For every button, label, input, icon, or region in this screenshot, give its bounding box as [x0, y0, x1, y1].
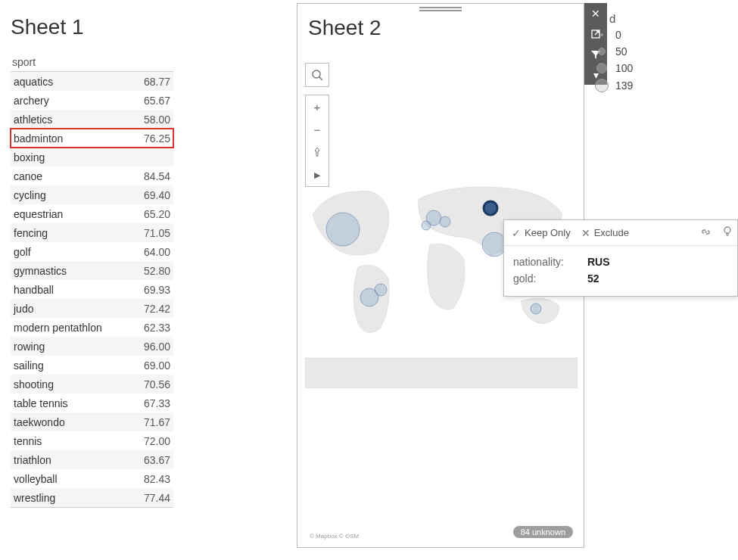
- row-label: tennis: [14, 435, 42, 447]
- row-value: 67.33: [144, 397, 170, 409]
- legend-label: 139: [615, 79, 633, 92]
- drag-handle[interactable]: [418, 5, 463, 13]
- link-icon[interactable]: [700, 226, 712, 240]
- row-value: 65.67: [144, 95, 170, 107]
- tooltip-nationality-label: nationality:: [513, 254, 583, 270]
- close-icon[interactable]: ✕: [584, 3, 607, 23]
- table-row[interactable]: archery65.67: [11, 91, 173, 110]
- row-label: gymnastics: [14, 265, 67, 277]
- row-label: golf: [14, 246, 31, 258]
- row-label: modern pentathlon: [14, 322, 102, 334]
- table-header-sport[interactable]: sport: [11, 53, 173, 72]
- row-value: 65.20: [144, 208, 170, 220]
- row-value: 69.93: [144, 284, 170, 296]
- legend-item: 139: [594, 79, 633, 92]
- table-row[interactable]: gymnastics52.80: [11, 261, 173, 280]
- table-row[interactable]: boxing: [11, 148, 173, 166]
- row-value: 64.00: [144, 246, 170, 258]
- zoom-in-icon[interactable]: +: [306, 95, 329, 118]
- row-label: table tennis: [14, 397, 68, 409]
- legend-circle-icon: [600, 33, 603, 36]
- unknown-badge[interactable]: 84 unknown: [513, 526, 573, 538]
- keep-only-button[interactable]: ✓ Keep Only: [512, 227, 571, 239]
- legend-label: 100: [615, 62, 633, 74]
- row-label: boxing: [14, 151, 45, 163]
- table-row[interactable]: wrestling77.44: [11, 488, 173, 507]
- row-label: sailing: [14, 359, 44, 372]
- tooltip-header: ✓ Keep Only ✕ Exclude: [504, 220, 737, 246]
- table-row[interactable]: shooting70.56: [11, 375, 173, 394]
- table-row[interactable]: rowing96.00: [11, 337, 173, 356]
- table-row[interactable]: tennis72.00: [11, 431, 173, 450]
- table-row[interactable]: canoe84.54: [11, 166, 173, 185]
- tooltip-gold-label: gold:: [513, 270, 583, 287]
- legend-circle-icon: [596, 63, 607, 73]
- search-icon[interactable]: [305, 63, 329, 87]
- row-label: triathlon: [14, 454, 51, 466]
- zoom-out-icon[interactable]: −: [306, 118, 329, 141]
- table-row[interactable]: volleyball82.43: [11, 469, 173, 488]
- row-value: 68.77: [144, 76, 170, 88]
- table-row[interactable]: aquatics68.77: [11, 72, 173, 91]
- row-label: archery: [14, 95, 49, 107]
- row-value: 82.43: [144, 473, 170, 485]
- row-value: 62.33: [144, 322, 170, 334]
- table-row[interactable]: judo72.42: [11, 299, 173, 318]
- legend-label: 0: [615, 29, 621, 41]
- table-row[interactable]: cycling69.40: [11, 185, 173, 204]
- row-value: 72.00: [144, 435, 170, 447]
- table-row[interactable]: golf64.00: [11, 242, 173, 261]
- table-bottom-border: [11, 507, 173, 508]
- exclude-button[interactable]: ✕ Exclude: [581, 227, 629, 239]
- svg-point-9: [531, 303, 541, 314]
- row-label: rowing: [14, 341, 45, 353]
- row-value: 96.00: [144, 341, 170, 353]
- table-row[interactable]: taekwondo71.67: [11, 412, 173, 431]
- row-label: fencing: [14, 227, 48, 239]
- row-label: canoe: [14, 170, 42, 182]
- row-value: 52.80: [144, 265, 170, 277]
- row-label: volleyball: [14, 473, 58, 485]
- table-row[interactable]: modern pentathlon62.33: [11, 318, 173, 337]
- table-row[interactable]: triathlon63.67: [11, 450, 173, 469]
- row-label: cycling: [14, 189, 46, 201]
- row-label: equestrian: [14, 208, 63, 220]
- table-row[interactable]: fencing71.05: [11, 223, 173, 242]
- row-value: 77.44: [144, 492, 170, 504]
- x-icon: ✕: [581, 227, 590, 239]
- row-label: wrestling: [14, 492, 55, 504]
- selected-bubble[interactable]: [484, 201, 497, 215]
- legend-title-partial: d: [609, 12, 615, 25]
- table-row[interactable]: handball69.93: [11, 280, 173, 299]
- row-value: 76.25: [144, 132, 170, 145]
- row-label: taekwondo: [14, 416, 65, 428]
- check-icon: ✓: [512, 227, 521, 239]
- svg-point-2: [326, 213, 360, 246]
- svg-line-1: [319, 77, 322, 80]
- keep-only-label: Keep Only: [525, 227, 571, 238]
- row-value: 72.42: [144, 303, 170, 315]
- row-value: 63.67: [144, 454, 170, 466]
- sheet-1-panel: Sheet 1 sport aquatics68.77archery65.67a…: [11, 15, 238, 508]
- table-row[interactable]: athletics58.00: [11, 110, 173, 129]
- row-label: handball: [14, 284, 54, 296]
- row-value: 71.67: [144, 416, 170, 428]
- row-label: aquatics: [14, 76, 53, 88]
- insight-icon[interactable]: [722, 226, 733, 240]
- map-area[interactable]: + − ▶: [305, 63, 581, 543]
- svg-point-5: [440, 216, 450, 227]
- legend-item: 100: [594, 62, 633, 74]
- table-row[interactable]: table tennis67.33: [11, 394, 173, 412]
- exclude-label: Exclude: [594, 227, 629, 238]
- legend-label: 50: [615, 45, 627, 58]
- row-value: 69.00: [144, 359, 170, 372]
- tooltip-gold-value: 52: [587, 270, 599, 287]
- tooltip-body: nationality: RUS gold: 52: [504, 246, 737, 296]
- table-row[interactable]: sailing69.00: [11, 356, 173, 375]
- row-label: badminton: [14, 132, 63, 145]
- tooltip: ✓ Keep Only ✕ Exclude nationality: RUS g…: [503, 219, 738, 297]
- tooltip-nationality-value: RUS: [587, 254, 610, 270]
- table-row[interactable]: badminton76.25: [11, 129, 173, 148]
- svg-point-12: [724, 227, 730, 233]
- table-row[interactable]: equestrian65.20: [11, 204, 173, 223]
